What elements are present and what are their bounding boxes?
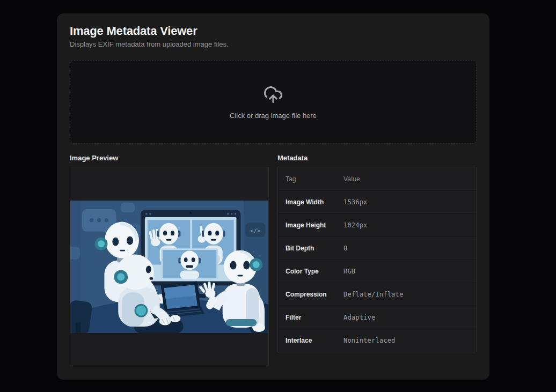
page-subtitle: Displays EXIF metadata from uploaded ima… — [70, 40, 477, 49]
column-header-tag: Tag — [286, 175, 343, 183]
metadata-heading: Metadata — [277, 154, 477, 162]
row-value: Deflate/Inflate — [343, 291, 469, 298]
image-preview-section: Image Preview — [70, 154, 269, 366]
row-tag: Interlace — [286, 337, 343, 344]
column-header-value: Value — [343, 175, 469, 183]
row-value: 8 — [343, 245, 469, 252]
metadata-table-header: Tag Value — [278, 167, 476, 190]
robots-videocall-illustration: </> — [70, 201, 268, 333]
svg-text:</>: </> — [250, 227, 261, 234]
metadata-section: Metadata Tag Value Image Width 1536px Im… — [277, 154, 477, 366]
content-columns: Image Preview — [70, 154, 477, 366]
row-tag: Filter — [286, 314, 343, 321]
table-row: Bit Depth 8 — [278, 236, 476, 260]
table-row: Color Type RGB — [278, 260, 476, 283]
preview-image: </> — [70, 201, 268, 333]
row-tag: Bit Depth — [286, 245, 343, 252]
table-row: Image Height 1024px — [278, 213, 476, 236]
row-value: 1024px — [343, 221, 469, 229]
table-row: Filter Adaptive — [278, 306, 476, 329]
row-tag: Image Height — [286, 221, 343, 229]
row-tag: Image Width — [286, 198, 343, 206]
image-preview-heading: Image Preview — [70, 154, 269, 162]
upload-label: Click or drag image file here — [230, 112, 317, 120]
table-row: Interlace Noninterlaced — [278, 329, 476, 352]
cloud-upload-icon — [262, 85, 284, 105]
row-value: Noninterlaced — [343, 337, 469, 344]
row-value: RGB — [343, 268, 469, 275]
row-value: 1536px — [343, 198, 469, 206]
row-value: Adaptive — [343, 314, 469, 321]
page-title: Image Metadata Viewer — [70, 25, 477, 38]
upload-dropzone[interactable]: Click or drag image file here — [70, 60, 477, 144]
metadata-table: Tag Value Image Width 1536px Image Heigh… — [277, 167, 477, 352]
app-card: Image Metadata Viewer Displays EXIF meta… — [57, 13, 489, 380]
row-tag: Color Type — [286, 268, 343, 275]
row-tag: Compression — [286, 291, 343, 298]
table-row: Compression Deflate/Inflate — [278, 283, 476, 306]
table-row: Image Width 1536px — [278, 190, 476, 213]
image-preview-panel: </> — [70, 167, 269, 366]
